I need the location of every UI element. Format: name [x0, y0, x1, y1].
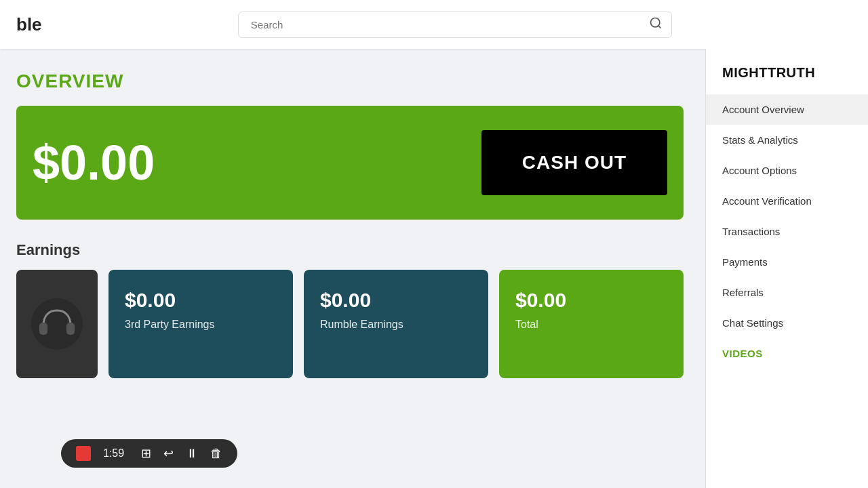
- sidebar-item-referrals[interactable]: Referrals: [706, 277, 868, 308]
- svg-rect-4: [66, 323, 75, 335]
- sidebar-username: MIGHTTRUTH: [706, 65, 868, 81]
- balance-card: $0.00 CASH OUT: [16, 106, 684, 220]
- sidebar-item-account-options[interactable]: Account Options: [706, 155, 868, 186]
- svg-rect-3: [39, 323, 47, 335]
- thumbnail-image: [16, 270, 98, 378]
- total-amount: $0.00: [515, 289, 667, 312]
- sidebar-item-transactions[interactable]: Transactions: [706, 216, 868, 247]
- sidebar-item-account-verification[interactable]: Account Verification: [706, 186, 868, 216]
- earnings-title: Earnings: [16, 241, 684, 259]
- logo: ble: [16, 14, 42, 35]
- main-content: OVERVIEW $0.00 CASH OUT Earnings: [0, 49, 705, 488]
- grid-icon[interactable]: ⊞: [141, 446, 151, 461]
- delete-icon[interactable]: 🗑: [210, 447, 222, 461]
- rumble-label: Rumble Earnings: [320, 319, 472, 331]
- balance-amount: $0.00: [33, 135, 155, 190]
- search-icon: [649, 16, 663, 33]
- body: OVERVIEW $0.00 CASH OUT Earnings: [0, 49, 868, 488]
- total-card: $0.00 Total: [499, 270, 684, 378]
- earnings-cards: $0.00 3rd Party Earnings $0.00 Rumble Ea…: [16, 270, 684, 378]
- rumble-card: $0.00 Rumble Earnings: [304, 270, 488, 378]
- total-label: Total: [515, 319, 667, 331]
- sidebar-item-videos[interactable]: VIDEOS: [706, 338, 868, 369]
- svg-line-1: [658, 26, 661, 28]
- third-party-amount: $0.00: [125, 289, 277, 312]
- toolbar-time: 1:59: [103, 447, 129, 460]
- sidebar-item-chat-settings[interactable]: Chat Settings: [706, 308, 868, 338]
- page-title: OVERVIEW: [16, 70, 684, 92]
- thumbnail-card: [16, 270, 98, 378]
- pause-icon[interactable]: ⏸: [186, 447, 198, 461]
- search-input[interactable]: [238, 12, 672, 38]
- svg-point-0: [650, 18, 659, 27]
- search-bar: [238, 12, 672, 38]
- third-party-card: $0.00 3rd Party Earnings: [108, 270, 293, 378]
- header: ble: [0, 0, 868, 49]
- undo-icon[interactable]: ↩: [163, 446, 174, 461]
- third-party-label: 3rd Party Earnings: [125, 319, 277, 331]
- stop-button[interactable]: [76, 446, 91, 461]
- sidebar: MIGHTTRUTH Account Overview Stats & Anal…: [705, 49, 868, 488]
- sidebar-item-stats-analytics[interactable]: Stats & Analytics: [706, 125, 868, 155]
- sidebar-item-payments[interactable]: Payments: [706, 247, 868, 277]
- sidebar-item-account-overview[interactable]: Account Overview: [706, 94, 868, 125]
- svg-point-2: [31, 298, 83, 350]
- headphones-icon: [30, 297, 84, 351]
- cash-out-button[interactable]: CASH OUT: [481, 130, 667, 195]
- rumble-amount: $0.00: [320, 289, 472, 312]
- video-toolbar: 1:59 ⊞ ↩ ⏸ 🗑: [61, 439, 237, 468]
